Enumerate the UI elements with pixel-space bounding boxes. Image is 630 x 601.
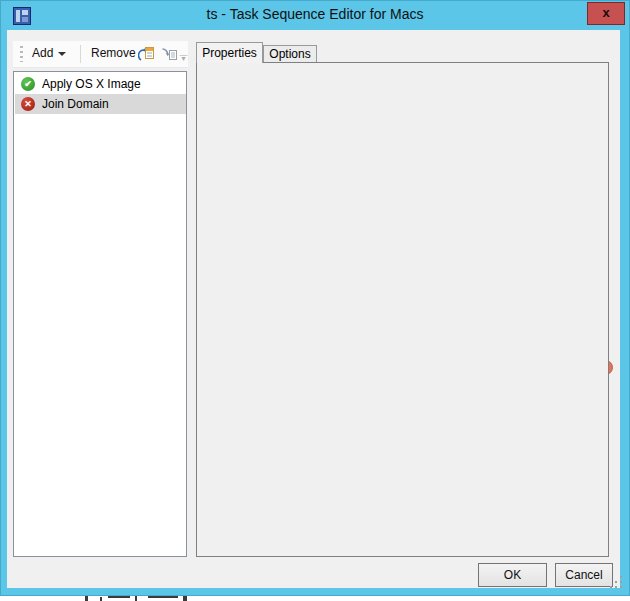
toolbar-separator xyxy=(80,45,81,63)
step-toolbar: Add Remove —▾ xyxy=(13,41,188,68)
remove-step-button[interactable]: Remove xyxy=(85,43,142,64)
titlebar[interactable]: ts - Task Sequence Editor for Macs x xyxy=(0,0,630,30)
chevron-down-icon xyxy=(58,52,66,56)
step-list[interactable]: ✔ Apply OS X Image ✕ Join Domain xyxy=(13,71,187,557)
window-title: ts - Task Sequence Editor for Macs xyxy=(0,6,630,22)
error-icon: ✕ xyxy=(21,97,35,111)
list-item[interactable]: ✔ Apply OS X Image xyxy=(15,74,186,94)
remove-step-label: Remove xyxy=(91,46,136,60)
step-label: Join Domain xyxy=(42,94,109,114)
list-undo-icon[interactable] xyxy=(138,45,156,63)
list-item-selected[interactable]: ✕ Join Domain xyxy=(15,94,186,114)
toolbar-overflow-icon[interactable]: —▾ xyxy=(179,53,188,61)
ok-button[interactable]: OK xyxy=(478,563,547,587)
success-icon: ✔ xyxy=(21,77,35,91)
add-step-label: Add xyxy=(32,46,53,60)
step-label: Apply OS X Image xyxy=(42,74,141,94)
properties-panel xyxy=(196,62,609,557)
list-redo-icon[interactable] xyxy=(160,45,178,63)
tab-properties[interactable]: Properties xyxy=(196,42,263,63)
tab-options[interactable]: Options xyxy=(263,45,317,63)
screenshot-root: ts - Task Sequence Editor for Macs x Add… xyxy=(0,0,630,601)
toolbar-grip xyxy=(20,46,23,62)
cancel-button[interactable]: Cancel xyxy=(555,563,613,587)
close-button[interactable]: x xyxy=(587,2,625,25)
add-step-button[interactable]: Add xyxy=(26,43,72,64)
